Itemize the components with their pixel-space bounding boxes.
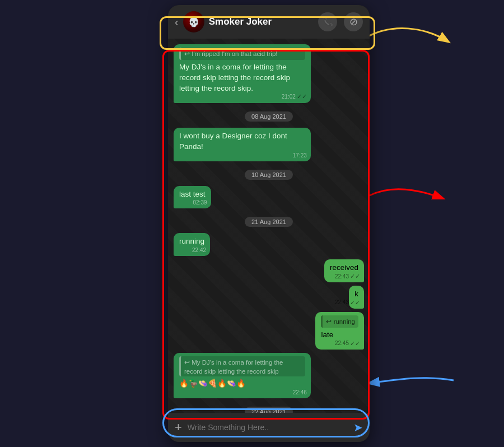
message-row: received22:43 ✓✓ xyxy=(174,259,364,282)
message-text: My DJ's in a coma for letting the record… xyxy=(179,63,290,92)
message-time: 17:23 xyxy=(293,152,307,160)
message-bubble: I wont buy a Designer coz I dont Panda!1… xyxy=(174,128,311,161)
message-time: 02:39 xyxy=(193,199,207,207)
input-bar: + ➤ xyxy=(168,413,370,442)
call-icon: 📞 xyxy=(323,17,333,27)
date-divider: 08 Aug 2021 xyxy=(174,111,364,121)
reply-preview: ↩ My DJ's in a coma for letting the reco… xyxy=(179,356,305,376)
blue-arrow xyxy=(364,364,465,397)
attach-button[interactable]: + xyxy=(175,420,182,435)
message-time: 22:45 ✓✓ xyxy=(335,339,360,348)
date-divider: 10 Aug 2021 xyxy=(174,169,364,179)
message-row: k22:43 ✓✓ xyxy=(174,286,364,309)
message-text: running xyxy=(179,237,204,245)
message-row: I wont buy a Designer coz I dont Panda!1… xyxy=(174,128,364,161)
chat-header: ‹ 💀 Smoker Joker 📞 ⊘ xyxy=(168,5,370,39)
message-row: ↩ runninglate22:45 ✓✓ xyxy=(174,312,364,350)
message-bubble: ↩ I'm ripped I'm on that acid trip!My DJ… xyxy=(174,44,311,103)
menu-icon: ⊘ xyxy=(349,16,358,28)
message-row: ↩ My DJ's in a coma for letting the reco… xyxy=(174,353,364,398)
message-text: late xyxy=(321,330,333,339)
red-arrow xyxy=(364,167,448,224)
reply-preview: ↩ running xyxy=(321,315,358,328)
yellow-arrow xyxy=(358,16,459,61)
message-bubble: received22:43 ✓✓ xyxy=(324,259,364,282)
back-button[interactable]: ‹ xyxy=(175,16,179,29)
message-bubble: ↩ My DJ's in a coma for letting the reco… xyxy=(174,353,311,398)
message-bubble: k22:43 ✓✓ xyxy=(349,286,364,309)
read-receipt-icon: ✓✓ xyxy=(350,272,360,281)
read-receipt-icon: ✓✓ xyxy=(350,339,360,348)
send-button[interactable]: ➤ xyxy=(353,421,363,434)
date-divider: 22 Aug 2021 xyxy=(174,406,364,413)
message-time: 22:46 xyxy=(293,389,307,397)
message-bubble: last test02:39 xyxy=(174,186,211,209)
message-text: k xyxy=(354,290,358,298)
message-row: ↩ I'm ripped I'm on that acid trip!My DJ… xyxy=(174,44,364,103)
message-text: last test xyxy=(179,190,206,198)
message-row: last test02:39 xyxy=(174,186,364,209)
message-bubble: running22:42 xyxy=(174,233,210,256)
read-receipt-icon: ✓✓ xyxy=(297,92,307,101)
message-time: 21:02 ✓✓ xyxy=(282,92,307,101)
contact-name: Smoker Joker xyxy=(209,16,311,27)
message-input[interactable] xyxy=(188,423,348,432)
phone-frame: ‹ 💀 Smoker Joker 📞 ⊘ ↩ I'm ripped I'm on… xyxy=(168,5,370,442)
message-time: 22:43 ✓✓ xyxy=(335,272,360,281)
menu-button[interactable]: ⊘ xyxy=(344,12,363,31)
chat-messages: ↩ I'm ripped I'm on that acid trip!My DJ… xyxy=(168,39,370,413)
message-text: 🔥🦆👒🍕🔥👒🔥 xyxy=(179,379,246,388)
message-time: 22:43 ✓✓ xyxy=(335,299,360,307)
message-text: I wont buy a Designer coz I dont Panda! xyxy=(179,132,287,151)
avatar: 💀 xyxy=(183,11,204,32)
avatar-image: 💀 xyxy=(183,11,204,32)
call-button[interactable]: 📞 xyxy=(318,12,337,31)
message-text: received xyxy=(330,263,358,272)
message-time: 22:42 xyxy=(192,246,206,254)
message-row: running22:42 xyxy=(174,233,364,256)
reply-preview: ↩ I'm ripped I'm on that acid trip! xyxy=(179,48,305,60)
read-receipt-icon: ✓✓ xyxy=(350,299,360,307)
message-bubble: ↩ runninglate22:45 ✓✓ xyxy=(315,312,364,350)
date-divider: 21 Aug 2021 xyxy=(174,216,364,226)
